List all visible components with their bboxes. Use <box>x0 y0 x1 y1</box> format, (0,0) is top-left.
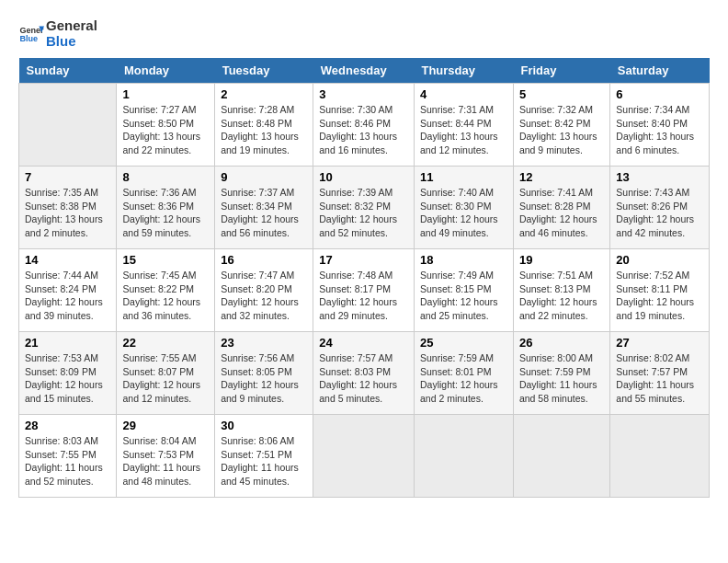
day-number: 16 <box>221 253 307 267</box>
day-number: 24 <box>319 336 408 350</box>
calendar-cell <box>19 84 117 167</box>
calendar-cell: 13Sunrise: 7:43 AM Sunset: 8:26 PM Dayli… <box>610 167 710 249</box>
col-friday: Friday <box>513 58 609 84</box>
day-info: Sunrise: 7:40 AM Sunset: 8:30 PM Dayligh… <box>420 186 507 240</box>
day-info: Sunrise: 7:28 AM Sunset: 8:48 PM Dayligh… <box>221 103 307 157</box>
day-number: 13 <box>616 170 703 184</box>
day-number: 19 <box>519 253 604 267</box>
day-info: Sunrise: 7:47 AM Sunset: 8:20 PM Dayligh… <box>221 269 307 323</box>
day-number: 20 <box>616 253 703 267</box>
logo-blue: Blue <box>46 34 97 50</box>
calendar-cell: 11Sunrise: 7:40 AM Sunset: 8:30 PM Dayli… <box>414 167 513 249</box>
day-info: Sunrise: 7:39 AM Sunset: 8:32 PM Dayligh… <box>319 186 408 240</box>
day-number: 28 <box>25 419 110 432</box>
day-number: 3 <box>319 87 408 101</box>
calendar-cell: 5Sunrise: 7:32 AM Sunset: 8:42 PM Daylig… <box>513 84 609 167</box>
calendar-week-3: 14Sunrise: 7:44 AM Sunset: 8:24 PM Dayli… <box>19 249 710 332</box>
day-number: 29 <box>122 419 209 432</box>
svg-text:Blue: Blue <box>19 34 38 43</box>
day-info: Sunrise: 7:37 AM Sunset: 8:34 PM Dayligh… <box>221 186 307 240</box>
day-info: Sunrise: 7:34 AM Sunset: 8:40 PM Dayligh… <box>616 103 703 157</box>
calendar-week-2: 7Sunrise: 7:35 AM Sunset: 8:38 PM Daylig… <box>19 167 710 249</box>
day-number: 9 <box>221 170 307 184</box>
calendar-cell: 8Sunrise: 7:36 AM Sunset: 8:36 PM Daylig… <box>117 167 215 249</box>
day-info: Sunrise: 7:55 AM Sunset: 8:07 PM Dayligh… <box>122 351 209 406</box>
calendar-body: 1Sunrise: 7:27 AM Sunset: 8:50 PM Daylig… <box>19 84 710 498</box>
day-info: Sunrise: 7:51 AM Sunset: 8:13 PM Dayligh… <box>519 269 604 323</box>
day-number: 5 <box>519 87 604 101</box>
day-number: 27 <box>616 336 703 350</box>
calendar-cell <box>313 415 415 498</box>
calendar-cell: 15Sunrise: 7:45 AM Sunset: 8:22 PM Dayli… <box>117 249 215 332</box>
day-number: 8 <box>122 170 209 184</box>
day-info: Sunrise: 7:35 AM Sunset: 8:38 PM Dayligh… <box>25 186 110 240</box>
day-number: 30 <box>221 419 307 432</box>
calendar-cell <box>610 415 710 498</box>
calendar-cell: 4Sunrise: 7:31 AM Sunset: 8:44 PM Daylig… <box>414 84 513 167</box>
day-number: 7 <box>25 170 110 184</box>
logo-icon: General Blue <box>18 21 44 47</box>
day-info: Sunrise: 7:52 AM Sunset: 8:11 PM Dayligh… <box>616 269 703 323</box>
day-number: 18 <box>420 253 507 267</box>
calendar-cell: 6Sunrise: 7:34 AM Sunset: 8:40 PM Daylig… <box>610 84 710 167</box>
col-tuesday: Tuesday <box>215 58 313 84</box>
calendar-cell: 28Sunrise: 8:03 AM Sunset: 7:55 PM Dayli… <box>19 415 117 498</box>
logo-general: General <box>46 18 97 34</box>
page-header: General Blue General Blue <box>18 18 710 49</box>
calendar-table: Sunday Monday Tuesday Wednesday Thursday… <box>18 58 710 498</box>
calendar-cell: 24Sunrise: 7:57 AM Sunset: 8:03 PM Dayli… <box>313 332 415 415</box>
calendar-cell: 2Sunrise: 7:28 AM Sunset: 8:48 PM Daylig… <box>215 84 313 167</box>
calendar-week-5: 28Sunrise: 8:03 AM Sunset: 7:55 PM Dayli… <box>19 415 710 498</box>
calendar-cell: 30Sunrise: 8:06 AM Sunset: 7:51 PM Dayli… <box>215 415 313 498</box>
day-info: Sunrise: 7:56 AM Sunset: 8:05 PM Dayligh… <box>221 351 307 406</box>
calendar-cell: 25Sunrise: 7:59 AM Sunset: 8:01 PM Dayli… <box>414 332 513 415</box>
day-number: 21 <box>25 336 110 350</box>
day-number: 4 <box>420 87 507 101</box>
calendar-cell: 29Sunrise: 8:04 AM Sunset: 7:53 PM Dayli… <box>117 415 215 498</box>
calendar-cell: 17Sunrise: 7:48 AM Sunset: 8:17 PM Dayli… <box>313 249 415 332</box>
calendar-cell: 21Sunrise: 7:53 AM Sunset: 8:09 PM Dayli… <box>19 332 117 415</box>
calendar-week-4: 21Sunrise: 7:53 AM Sunset: 8:09 PM Dayli… <box>19 332 710 415</box>
col-thursday: Thursday <box>414 58 513 84</box>
day-info: Sunrise: 7:27 AM Sunset: 8:50 PM Dayligh… <box>122 103 209 157</box>
day-info: Sunrise: 7:44 AM Sunset: 8:24 PM Dayligh… <box>25 269 110 323</box>
day-number: 25 <box>420 336 507 350</box>
col-wednesday: Wednesday <box>313 58 415 84</box>
day-number: 22 <box>122 336 209 350</box>
calendar-cell: 10Sunrise: 7:39 AM Sunset: 8:32 PM Dayli… <box>313 167 415 249</box>
calendar-cell <box>414 415 513 498</box>
calendar-cell: 26Sunrise: 8:00 AM Sunset: 7:59 PM Dayli… <box>513 332 609 415</box>
calendar-cell: 19Sunrise: 7:51 AM Sunset: 8:13 PM Dayli… <box>513 249 609 332</box>
day-info: Sunrise: 7:59 AM Sunset: 8:01 PM Dayligh… <box>420 351 507 406</box>
calendar-cell: 12Sunrise: 7:41 AM Sunset: 8:28 PM Dayli… <box>513 167 609 249</box>
day-info: Sunrise: 7:43 AM Sunset: 8:26 PM Dayligh… <box>616 186 703 240</box>
day-info: Sunrise: 7:32 AM Sunset: 8:42 PM Dayligh… <box>519 103 604 157</box>
day-info: Sunrise: 7:49 AM Sunset: 8:15 PM Dayligh… <box>420 269 507 323</box>
calendar-cell: 16Sunrise: 7:47 AM Sunset: 8:20 PM Dayli… <box>215 249 313 332</box>
day-info: Sunrise: 8:00 AM Sunset: 7:59 PM Dayligh… <box>519 351 604 406</box>
calendar-header: Sunday Monday Tuesday Wednesday Thursday… <box>19 58 710 84</box>
day-number: 14 <box>25 253 110 267</box>
day-number: 26 <box>519 336 604 350</box>
day-number: 12 <box>519 170 604 184</box>
logo: General Blue General Blue <box>18 18 97 49</box>
calendar-cell: 14Sunrise: 7:44 AM Sunset: 8:24 PM Dayli… <box>19 249 117 332</box>
day-info: Sunrise: 7:30 AM Sunset: 8:46 PM Dayligh… <box>319 103 408 157</box>
day-info: Sunrise: 7:36 AM Sunset: 8:36 PM Dayligh… <box>122 186 209 240</box>
day-info: Sunrise: 8:04 AM Sunset: 7:53 PM Dayligh… <box>122 434 209 488</box>
day-number: 17 <box>319 253 408 267</box>
day-info: Sunrise: 8:03 AM Sunset: 7:55 PM Dayligh… <box>25 434 110 488</box>
day-info: Sunrise: 7:41 AM Sunset: 8:28 PM Dayligh… <box>519 186 604 240</box>
calendar-cell <box>513 415 609 498</box>
day-info: Sunrise: 8:02 AM Sunset: 7:57 PM Dayligh… <box>616 351 703 406</box>
day-number: 11 <box>420 170 507 184</box>
day-number: 15 <box>122 253 209 267</box>
calendar-cell: 20Sunrise: 7:52 AM Sunset: 8:11 PM Dayli… <box>610 249 710 332</box>
day-number: 10 <box>319 170 408 184</box>
calendar-cell: 22Sunrise: 7:55 AM Sunset: 8:07 PM Dayli… <box>117 332 215 415</box>
calendar-cell: 1Sunrise: 7:27 AM Sunset: 8:50 PM Daylig… <box>117 84 215 167</box>
day-info: Sunrise: 7:31 AM Sunset: 8:44 PM Dayligh… <box>420 103 507 157</box>
calendar-cell: 23Sunrise: 7:56 AM Sunset: 8:05 PM Dayli… <box>215 332 313 415</box>
calendar-cell: 9Sunrise: 7:37 AM Sunset: 8:34 PM Daylig… <box>215 167 313 249</box>
header-row: Sunday Monday Tuesday Wednesday Thursday… <box>19 58 710 84</box>
